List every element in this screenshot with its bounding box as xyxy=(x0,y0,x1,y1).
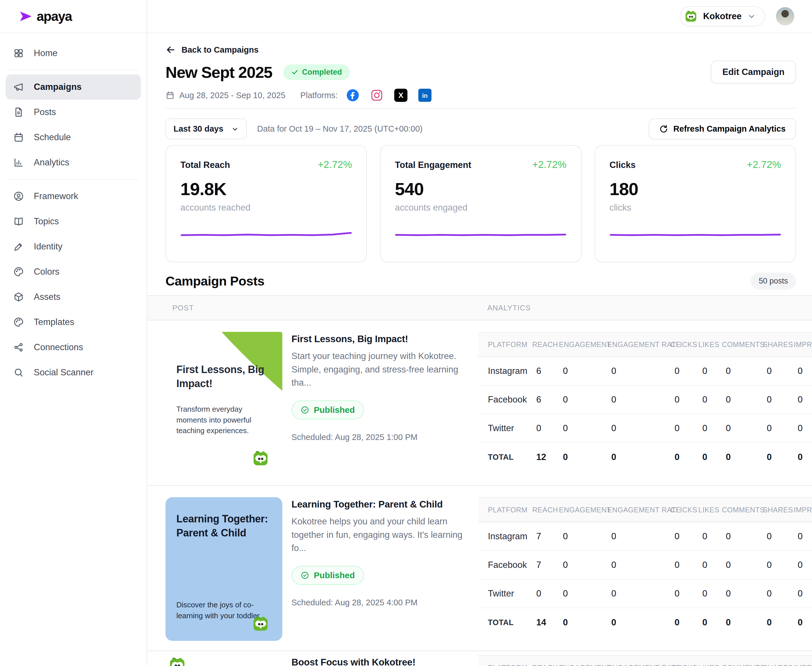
stat-card-clicks: Clicks +2.72% 180 clicks xyxy=(595,145,796,262)
date-range-select[interactable]: Last 30 days xyxy=(165,119,247,139)
platform-cell: TOTAL xyxy=(488,618,532,627)
value-cell: 0 xyxy=(559,560,607,570)
user-circle-icon xyxy=(13,191,24,202)
value-cell: 0 xyxy=(722,394,763,405)
value-cell: 0 xyxy=(722,452,763,462)
value-cell: 0 xyxy=(671,560,698,570)
svg-text:X: X xyxy=(399,91,404,99)
box-icon xyxy=(13,292,24,302)
value-cell: 0 xyxy=(763,452,794,462)
sidebar-item-topics[interactable]: Topics xyxy=(6,209,141,234)
app-logo: apaya xyxy=(0,0,147,33)
analytics-column-header: REACH xyxy=(532,664,559,666)
book-icon xyxy=(13,216,24,227)
refresh-analytics-button[interactable]: Refresh Campaign Analytics xyxy=(649,119,796,139)
analytics-table-header-row: PLATFORMREACHENGAGEMENTENGAGEMENT RATECL… xyxy=(478,655,812,666)
sidebar-item-colors[interactable]: Colors xyxy=(6,259,141,284)
instagram-icon xyxy=(370,89,384,102)
value-cell: 0 xyxy=(794,531,812,542)
sidebar-item-social-scanner[interactable]: Social Scanner xyxy=(6,360,141,385)
sidebar-item-label: Identity xyxy=(34,241,63,252)
stat-label: Total Reach xyxy=(180,160,230,170)
chevron-down-icon xyxy=(232,125,239,133)
stat-label: Clicks xyxy=(610,160,636,170)
value-cell: 0 xyxy=(607,560,671,570)
analytics-column-header: COMMENTS xyxy=(722,506,763,514)
analytics-column-header: IMPRESSIONS xyxy=(794,506,812,514)
page-title: New Sept 2025 xyxy=(165,63,272,82)
sidebar-item-connections[interactable]: Connections xyxy=(6,335,141,360)
edit-campaign-button[interactable]: Edit Campaign xyxy=(711,61,796,84)
sidebar-item-assets[interactable]: Assets xyxy=(6,284,141,310)
post-info: Learning Together: Parent & Child Kokotr… xyxy=(291,497,467,607)
sidebar-item-identity[interactable]: Identity xyxy=(6,234,141,259)
value-cell: 0 xyxy=(607,589,671,599)
workspace-switcher[interactable]: Kokotree xyxy=(680,6,765,26)
platform-cell: Twitter xyxy=(488,423,532,434)
analytics-column-header: IMPRESSIONS xyxy=(794,664,812,666)
sidebar-item-label: Analytics xyxy=(34,157,69,168)
sidebar-item-schedule[interactable]: Schedule xyxy=(6,125,141,150)
sidebar-item-label: Home xyxy=(34,48,58,58)
platform-cell: Facebook xyxy=(488,394,532,405)
value-cell: 0 xyxy=(794,617,812,628)
user-avatar[interactable] xyxy=(776,7,794,25)
sidebar-item-templates[interactable]: Templates xyxy=(6,310,141,335)
palette-icon xyxy=(13,317,24,328)
sidebar-item-framework[interactable]: Framework xyxy=(6,184,141,209)
post-scheduled-time: Scheduled: Aug 28, 2025 4:00 PM xyxy=(291,598,467,607)
value-cell: 0 xyxy=(698,423,722,434)
sidebar-item-label: Connections xyxy=(34,342,83,353)
analytics-row: Facebook60000000 xyxy=(478,386,812,414)
sidebar-item-posts[interactable]: Posts xyxy=(6,100,141,125)
document-icon xyxy=(13,107,24,117)
stat-card-total-reach: Total Reach +2.72% 19.8K accounts reache… xyxy=(165,145,367,262)
value-cell: 0 xyxy=(607,423,671,434)
sidebar-divider xyxy=(7,70,139,70)
analytics-column-header: ENGAGEMENT xyxy=(559,340,607,349)
refresh-icon xyxy=(659,124,668,134)
platform-cell: Instagram xyxy=(488,531,532,542)
platform-cell: Twitter xyxy=(488,589,532,599)
apaya-logo-icon xyxy=(18,8,33,24)
analytics-column-header: PLATFORM xyxy=(488,340,532,349)
analytics-column-header: SHARES xyxy=(763,506,794,514)
value-cell: 0 xyxy=(722,589,763,599)
post-title: First Lessons, Big Impact! xyxy=(291,333,467,345)
value-cell: 0 xyxy=(698,366,722,376)
sidebar-item-analytics[interactable]: Analytics xyxy=(6,150,141,175)
sidebar-divider xyxy=(7,179,139,180)
thumbnail-subtitle: Transform everyday moments into powerful… xyxy=(176,404,274,436)
sidebar-item-label: Topics xyxy=(34,216,59,227)
stat-label: Total Engagement xyxy=(395,160,471,170)
value-cell: 0 xyxy=(607,452,671,462)
workspace-name: Kokotree xyxy=(703,11,742,21)
value-cell: 0 xyxy=(698,617,722,628)
sidebar-item-home[interactable]: Home xyxy=(6,41,141,66)
palette-icon xyxy=(13,266,24,277)
analytics-row: Facebook70000000 xyxy=(478,551,812,580)
back-link[interactable]: Back to Campaigns xyxy=(165,45,258,55)
analytics-row: TOTAL120000000 xyxy=(478,443,812,471)
value-cell: 14 xyxy=(532,617,559,628)
published-badge-label: Published xyxy=(314,405,355,415)
analytics-row: Twitter00000000 xyxy=(478,414,812,443)
sidebar-item-campaigns[interactable]: Campaigns xyxy=(6,74,141,100)
sidebar-item-label: Campaigns xyxy=(34,82,82,92)
post-row: First Lessons, Big Impact! Transform eve… xyxy=(147,320,812,486)
platforms-label: Platforms: xyxy=(300,91,338,100)
platform-icons: X in xyxy=(346,89,432,102)
status-badge-label: Completed xyxy=(302,68,342,77)
share-icon xyxy=(13,342,24,353)
stat-delta: +2.72% xyxy=(318,159,352,170)
thumbnail-title: First Lessons, Big Impact! xyxy=(176,363,273,391)
megaphone-icon xyxy=(13,82,24,92)
analytics-row: TOTAL140000000 xyxy=(478,608,812,637)
value-cell: 0 xyxy=(698,394,722,405)
sidebar-item-label: Framework xyxy=(34,191,78,201)
value-cell: 0 xyxy=(698,452,722,462)
svg-text:in: in xyxy=(422,92,428,99)
analytics-table-header-row: PLATFORMREACHENGAGEMENTENGAGEMENT RATECL… xyxy=(478,497,812,523)
stat-sublabel: clicks xyxy=(610,203,781,213)
post-thumbnail: First Lessons, Big Impact! Transform eve… xyxy=(165,332,282,475)
